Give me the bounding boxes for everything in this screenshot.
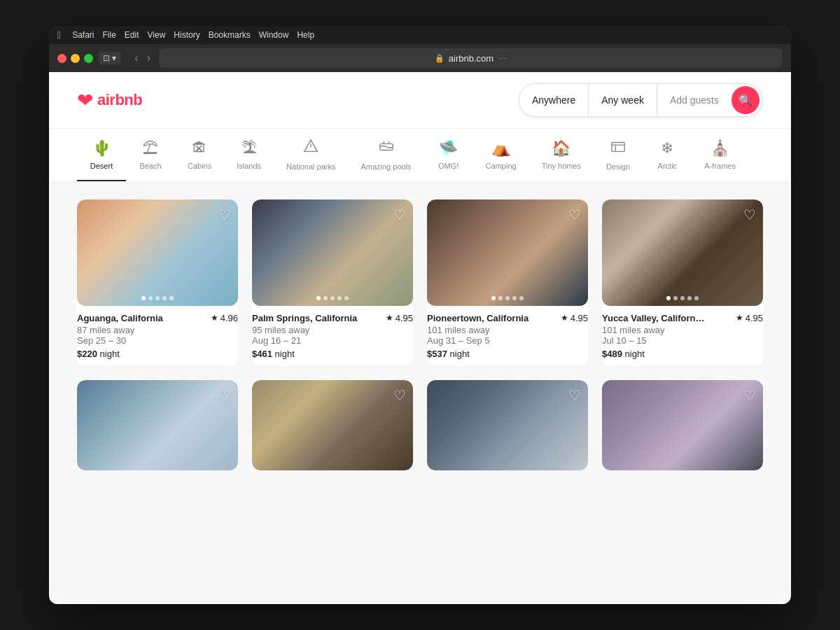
arctic-icon: ❄ xyxy=(661,139,673,158)
category-national-parks[interactable]: National parks xyxy=(274,129,348,182)
menu-file[interactable]: File xyxy=(102,30,115,40)
beach-icon: ⛱ xyxy=(143,139,158,158)
listing-dates: Aug 31 – Sep 5 xyxy=(427,335,588,346)
category-beach[interactable]: ⛱ Beach xyxy=(126,130,175,181)
category-nav: 🌵 Desert ⛱ Beach 🏚 Cabins 🏝 Islands Nati… xyxy=(49,129,791,183)
search-icon: 🔍 xyxy=(738,94,752,107)
listing-distance: 87 miles away xyxy=(77,325,238,335)
category-design[interactable]: Design xyxy=(594,129,643,182)
minimize-button[interactable] xyxy=(71,54,80,63)
wishlist-button[interactable]: ♡ xyxy=(743,387,756,404)
dot-indicators xyxy=(141,296,174,300)
category-desert[interactable]: 🌵 Desert xyxy=(77,130,126,181)
amazing-pools-icon xyxy=(379,139,394,158)
nav-buttons: ‹ › xyxy=(132,52,153,64)
url-text: airbnb.com xyxy=(449,53,493,64)
back-button[interactable]: ‹ xyxy=(132,52,141,64)
listing-distance: 95 miles away xyxy=(252,325,413,335)
star-icon: ★ xyxy=(561,313,568,323)
category-omg-label: OMG! xyxy=(438,162,458,170)
desert-icon: 🌵 xyxy=(92,139,111,158)
listing-image xyxy=(77,200,238,306)
guests-pill[interactable]: Add guests xyxy=(657,84,732,116)
dot-indicators xyxy=(666,296,699,300)
design-icon xyxy=(610,139,626,158)
fullscreen-button[interactable] xyxy=(84,54,93,63)
svg-rect-5 xyxy=(612,143,624,152)
wishlist-button[interactable]: ♡ xyxy=(218,206,231,223)
star-icon: ★ xyxy=(211,313,218,323)
menu-view[interactable]: View xyxy=(148,30,166,40)
menu-safari[interactable]: Safari xyxy=(72,30,94,40)
listing-image xyxy=(602,200,763,306)
category-arctic[interactable]: ❄ Arctic xyxy=(643,130,692,181)
listing-palm-springs[interactable]: ♡ Palm Springs, California ★ 4. xyxy=(252,200,413,366)
menu-help[interactable]: Help xyxy=(297,30,314,40)
star-icon: ★ xyxy=(386,313,393,323)
close-button[interactable] xyxy=(57,54,66,63)
anywhere-pill[interactable]: Anywhere xyxy=(519,84,589,116)
category-camping[interactable]: ⛺ Camping xyxy=(473,130,529,181)
any-week-pill[interactable]: Any week xyxy=(589,84,657,116)
listing-location: Aguanga, California xyxy=(77,313,163,323)
category-omg[interactable]: 🛸 OMG! xyxy=(424,130,473,181)
category-a-frames[interactable]: ⛪ A-frames xyxy=(692,130,748,181)
category-cabins[interactable]: 🏚 Cabins xyxy=(175,130,224,181)
listing-bottom-4[interactable]: ♡ xyxy=(602,380,763,470)
dot xyxy=(330,296,335,300)
listing-bottom-1[interactable]: ♡ xyxy=(77,380,238,470)
listing-image xyxy=(252,380,413,470)
star-icon: ★ xyxy=(736,313,743,323)
menu-history[interactable]: History xyxy=(174,30,200,40)
listing-yucca-valley[interactable]: ♡ Yucca Valley, Californ… ★ 4.9 xyxy=(602,200,763,366)
category-amazing-pools[interactable]: Amazing pools xyxy=(348,129,424,182)
category-islands[interactable]: 🏝 Islands xyxy=(224,130,274,181)
dot xyxy=(680,296,685,300)
dot xyxy=(505,296,510,300)
rating-value: 4.95 xyxy=(396,313,413,323)
dot xyxy=(491,296,496,300)
wishlist-button[interactable]: ♡ xyxy=(218,387,231,404)
listing-distance: 101 miles away xyxy=(427,325,588,335)
dot xyxy=(512,296,517,300)
dot xyxy=(694,296,699,300)
dot xyxy=(673,296,678,300)
site-header: ❤ airbnb Anywhere Any week Add guests 🔍 xyxy=(49,72,791,129)
wishlist-button[interactable]: ♡ xyxy=(393,206,406,223)
address-bar[interactable]: 🔒 airbnb.com ··· xyxy=(159,48,783,68)
category-tiny-homes-label: Tiny homes xyxy=(542,162,581,170)
menu-edit[interactable]: Edit xyxy=(125,30,139,40)
category-desert-label: Desert xyxy=(90,162,113,170)
wishlist-button[interactable]: ♡ xyxy=(568,206,581,223)
apple-menu[interactable]:  xyxy=(57,29,61,41)
camping-icon: ⛺ xyxy=(491,139,510,158)
tab-switcher-button[interactable]: ⊡ ▾ xyxy=(99,52,120,64)
listing-info: Aguanga, California ★ 4.96 87 miles away… xyxy=(77,306,238,366)
menu-bar-items: Safari File Edit View History Bookmarks … xyxy=(72,30,314,40)
wishlist-button[interactable]: ♡ xyxy=(568,387,581,404)
listing-rating: ★ 4.95 xyxy=(386,313,413,323)
menu-bookmarks[interactable]: Bookmarks xyxy=(209,30,251,40)
menu-window[interactable]: Window xyxy=(259,30,289,40)
forward-button[interactable]: › xyxy=(144,52,153,64)
category-amazing-pools-label: Amazing pools xyxy=(360,162,411,171)
dot xyxy=(687,296,692,300)
browser-content: ❤ airbnb Anywhere Any week Add guests 🔍 … xyxy=(49,72,791,604)
wishlist-button[interactable]: ♡ xyxy=(743,206,756,223)
category-islands-label: Islands xyxy=(237,162,261,170)
category-tiny-homes[interactable]: 🏠 Tiny homes xyxy=(529,130,594,181)
toolbar: ⊡ ▾ ‹ › 🔒 airbnb.com ··· xyxy=(49,44,791,72)
rating-value: 4.96 xyxy=(220,313,238,323)
logo[interactable]: ❤ airbnb xyxy=(77,89,142,112)
dot xyxy=(323,296,328,300)
search-button[interactable]: 🔍 xyxy=(732,86,760,114)
listing-bottom-3[interactable]: ♡ xyxy=(427,380,588,470)
listing-rating: ★ 4.96 xyxy=(211,313,238,323)
category-design-label: Design xyxy=(606,162,630,171)
dot-indicators xyxy=(491,296,524,300)
listing-aguanga[interactable]: ♡ Aguanga, California ★ 4.96 xyxy=(77,200,238,366)
listing-pioneertown[interactable]: ♡ Pioneertown, California ★ 4.9 xyxy=(427,200,588,366)
listing-bottom-2[interactable]: ♡ xyxy=(252,380,413,470)
listing-dates: Sep 25 – 30 xyxy=(77,335,238,346)
wishlist-button[interactable]: ♡ xyxy=(393,387,406,404)
